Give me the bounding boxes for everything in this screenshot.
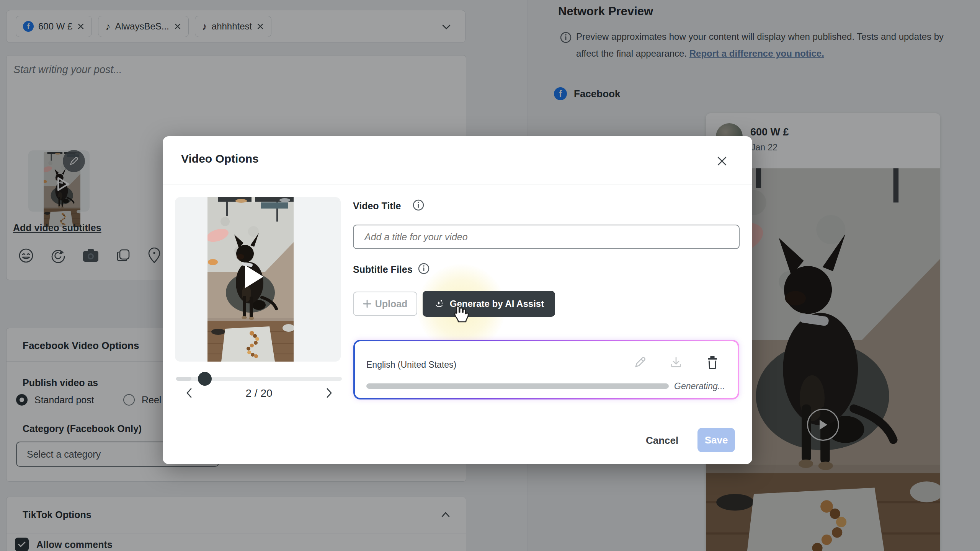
download-subtitle-icon[interactable] [670, 356, 683, 369]
close-icon[interactable] [715, 155, 728, 168]
subtitle-progress-bar [366, 383, 669, 389]
video-title-input[interactable] [353, 225, 740, 249]
slider-thumb[interactable] [198, 372, 212, 386]
modal-title: Video Options [181, 152, 259, 165]
modal-video-preview[interactable] [207, 197, 294, 362]
edit-subtitle-icon[interactable] [634, 356, 647, 369]
plus-icon [363, 300, 371, 308]
upload-button[interactable]: Upload [353, 292, 417, 316]
video-options-modal: Video Options 2 / 20 Video Title Subtitl… [163, 136, 752, 464]
subtitle-files-label: Subtitle Files [353, 264, 413, 275]
save-button-label: Save [705, 434, 728, 446]
info-icon[interactable] [418, 262, 430, 275]
generate-by-ai-assist-button[interactable]: Generate by AI Assist [423, 291, 555, 317]
delete-subtitle-icon[interactable] [706, 355, 719, 370]
subtitle-status: Generating... [674, 381, 725, 391]
subtitle-language: English (United States) [366, 360, 456, 370]
subtitle-item-card: English (United States) Generating... [353, 340, 739, 399]
ai-assist-icon [434, 298, 445, 310]
cancel-button-label: Cancel [646, 435, 678, 446]
upload-button-label: Upload [375, 298, 408, 310]
save-button[interactable]: Save [697, 428, 735, 452]
info-icon[interactable] [412, 199, 425, 211]
cancel-button[interactable]: Cancel [646, 435, 678, 447]
video-page-indicator: 2 / 20 [176, 387, 342, 399]
mouse-cursor [451, 304, 470, 325]
video-title-label: Video Title [353, 201, 401, 212]
play-icon[interactable] [245, 265, 263, 288]
next-video-icon[interactable] [325, 387, 333, 399]
video-scrub-slider[interactable] [176, 372, 342, 386]
